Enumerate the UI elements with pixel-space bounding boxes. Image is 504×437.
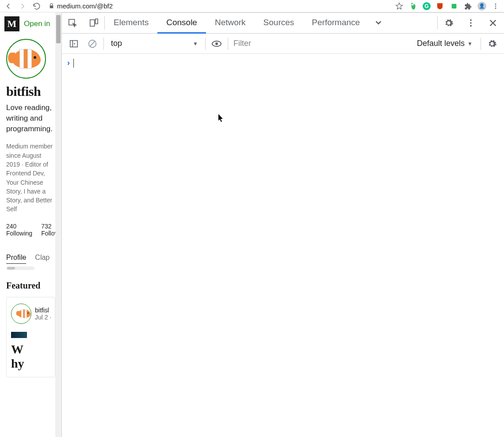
devtools-menu-button[interactable] (460, 13, 482, 33)
following-label: Following (6, 230, 32, 237)
lock-icon (49, 3, 54, 9)
fish-icon (17, 308, 25, 319)
extension-evernote-icon[interactable] (409, 1, 418, 11)
profile-username: bitfish (6, 84, 55, 99)
reload-button[interactable] (32, 1, 42, 11)
execution-context-dropdown[interactable]: top ▼ (106, 39, 203, 48)
context-label: top (111, 39, 122, 48)
profile-avatar[interactable] (6, 39, 46, 79)
open-in-app-link[interactable]: Open in (24, 19, 50, 28)
browser-toolbar: medium.com/@bf2 G 👤 (0, 0, 504, 12)
tab-profile[interactable]: Profile (6, 254, 26, 264)
featured-title: W hy (11, 342, 50, 371)
text-caret (73, 59, 74, 68)
dropdown-triangle-icon: ▼ (467, 41, 473, 47)
extension-grammarly-icon[interactable]: G (423, 2, 431, 10)
tab-elements[interactable]: Elements (105, 13, 157, 34)
svg-point-8 (470, 22, 472, 24)
svg-point-3 (495, 8, 496, 9)
tab-performance[interactable]: Performance (303, 13, 369, 34)
console-toolbar: top ▼ Default levels ▼ (62, 34, 504, 54)
console-settings-button[interactable] (483, 39, 501, 49)
address-bar[interactable]: medium.com/@bf2 (49, 2, 113, 10)
fish-icon (10, 46, 42, 71)
url-text: medium.com/@bf2 (57, 2, 113, 10)
inspect-element-button[interactable] (62, 13, 83, 33)
profile-avatar-icon[interactable]: 👤 (477, 2, 486, 11)
devtools-settings-button[interactable] (438, 13, 460, 33)
console-body[interactable]: › (62, 54, 504, 437)
extension-ublock-icon[interactable] (435, 1, 445, 11)
devtools-tabbar: Elements Console Network Sources Perform… (62, 13, 504, 34)
featured-thumbnail (11, 332, 27, 338)
svg-rect-0 (452, 4, 457, 8)
svg-rect-5 (90, 20, 95, 27)
tab-sources[interactable]: Sources (255, 13, 303, 34)
featured-author-name: bitfisl (35, 307, 51, 314)
svg-rect-6 (95, 19, 98, 24)
featured-author-avatar[interactable] (11, 304, 31, 324)
live-expression-button[interactable] (207, 38, 226, 49)
tab-claps[interactable]: Clap (35, 254, 50, 264)
bookmark-star-icon[interactable] (394, 1, 404, 11)
device-toolbar-button[interactable] (83, 13, 104, 33)
console-filter-input[interactable] (230, 37, 318, 50)
medium-logo[interactable]: M (4, 16, 19, 31)
svg-point-7 (470, 19, 472, 21)
prompt-chevron-icon: › (67, 58, 70, 68)
extensions-puzzle-icon[interactable] (463, 1, 473, 11)
profile-bio: Love reading, writing and programming. (6, 103, 55, 134)
extension-green-icon[interactable] (449, 1, 459, 11)
svg-point-2 (495, 5, 496, 7)
more-tabs-button[interactable] (369, 13, 388, 33)
clear-console-button[interactable] (83, 39, 102, 49)
following-stat[interactable]: 240 Following (6, 223, 32, 237)
featured-card[interactable]: bitfisl Jul 2 · W hy (6, 297, 55, 377)
forward-button[interactable] (18, 1, 27, 11)
page-content: M Open in bitfish Love reading, writing … (0, 12, 62, 437)
levels-label: Default levels (417, 39, 465, 48)
svg-point-13 (215, 42, 218, 45)
svg-point-1 (495, 4, 496, 5)
following-count: 240 (6, 223, 32, 230)
dropdown-triangle-icon: ▼ (193, 41, 198, 47)
chrome-menu-button[interactable] (491, 1, 500, 11)
tab-network[interactable]: Network (206, 13, 255, 34)
tab-console[interactable]: Console (157, 13, 206, 34)
log-levels-dropdown[interactable]: Default levels ▼ (417, 39, 479, 48)
console-prompt[interactable]: › (67, 58, 499, 68)
console-sidebar-toggle[interactable] (65, 39, 83, 49)
svg-point-9 (470, 25, 472, 27)
devtools-close-button[interactable] (482, 13, 504, 33)
tabs-scrollbar[interactable] (6, 266, 34, 270)
back-button[interactable] (4, 1, 13, 11)
featured-heading: Featured (0, 281, 61, 291)
scrollbar-thumb[interactable] (56, 15, 61, 43)
profile-member-info: Medium member since August 2019 · Editor… (6, 142, 55, 213)
devtools-panel: Elements Console Network Sources Perform… (62, 12, 504, 437)
page-scrollbar[interactable] (55, 12, 61, 437)
featured-date: Jul 2 · (35, 314, 51, 321)
